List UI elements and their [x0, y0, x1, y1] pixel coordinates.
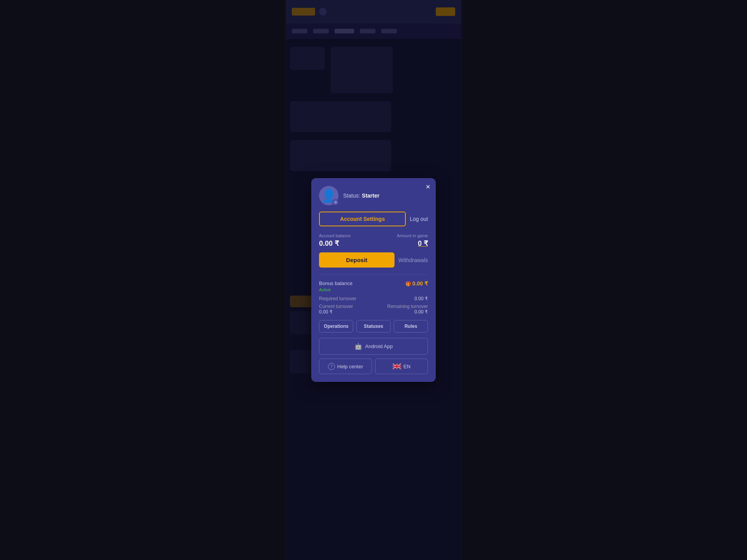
bonus-label: Bonus balance	[319, 280, 352, 286]
current-remaining-turnover-row: Current turnover 0.00 ₹ Remaining turnov…	[319, 304, 428, 315]
required-turnover-row: Required turnover 0.00 ₹	[319, 296, 428, 301]
bonus-header: Bonus balance 🎁0.00 ₹	[319, 280, 428, 287]
gift-icon: 🎁	[405, 281, 411, 287]
bonus-amount: 🎁0.00 ₹	[405, 280, 428, 287]
deposit-button[interactable]: Deposit	[319, 252, 395, 268]
statuses-button[interactable]: Statuses	[356, 320, 391, 332]
uk-flag-icon	[393, 363, 401, 369]
avatar-badge: ⚙	[332, 199, 338, 205]
help-icon: ?	[328, 363, 335, 370]
bottom-row: ? Help center EN	[319, 359, 428, 374]
android-app-button[interactable]: 🤖 Android App	[319, 338, 428, 355]
remaining-turnover: Remaining turnover 0.00 ₹	[387, 304, 428, 315]
account-balance-value: 0.00 ₹	[319, 240, 339, 247]
account-actions-row: Account Settings Log out	[319, 212, 428, 226]
help-center-button[interactable]: ? Help center	[319, 359, 372, 374]
current-turnover-label: Current turnover	[319, 304, 353, 309]
remaining-turnover-label: Remaining turnover	[387, 304, 428, 309]
game-balance: Amount in game 0 ₹	[397, 233, 428, 248]
required-turnover-value: 0.00 ₹	[414, 296, 428, 301]
game-balance-label: Amount in game	[397, 233, 428, 238]
help-center-label: Help center	[337, 364, 363, 369]
android-app-label: Android App	[365, 343, 393, 349]
current-turnover-value: 0.00 ₹	[319, 309, 353, 315]
account-balance: Account balance 0.00 ₹	[319, 233, 351, 248]
modal-header: 👤 ⚙ Status: Starter	[319, 186, 428, 205]
account-balance-label: Account balance	[319, 233, 351, 238]
withdrawals-button[interactable]: Withdrawals	[398, 257, 428, 263]
bonus-active-status: Active	[319, 287, 428, 292]
game-balance-value: 0 ₹	[418, 240, 428, 247]
avatar: 👤 ⚙	[319, 186, 338, 205]
status-text: Status: Starter	[343, 192, 379, 199]
account-modal: × 👤 ⚙ Status: Starter Account Settings L…	[311, 178, 436, 382]
logout-button[interactable]: Log out	[410, 216, 428, 222]
current-turnover: Current turnover 0.00 ₹	[319, 304, 353, 315]
balance-section: Account balance 0.00 ₹ Amount in game 0 …	[319, 233, 428, 248]
operations-button[interactable]: Operations	[319, 320, 353, 332]
rules-button[interactable]: Rules	[394, 320, 428, 332]
close-button[interactable]: ×	[426, 183, 430, 191]
required-turnover-label: Required turnover	[319, 296, 356, 301]
remaining-turnover-value: 0.00 ₹	[387, 309, 428, 315]
operations-row: Operations Statuses Rules	[319, 320, 428, 332]
language-label: EN	[403, 364, 410, 369]
modal-overlay: × 👤 ⚙ Status: Starter Account Settings L…	[0, 0, 747, 560]
bonus-section: Bonus balance 🎁0.00 ₹ Active Required tu…	[319, 275, 428, 315]
deposit-withdrawals-row: Deposit Withdrawals	[319, 252, 428, 268]
android-icon: 🤖	[354, 343, 362, 350]
language-button[interactable]: EN	[375, 359, 428, 374]
account-settings-button[interactable]: Account Settings	[319, 212, 406, 226]
